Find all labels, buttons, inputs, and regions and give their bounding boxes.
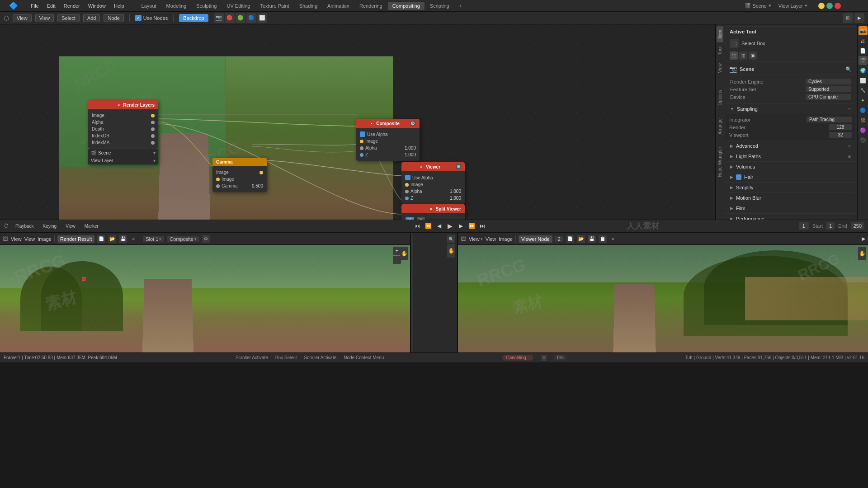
left-vp-slot-selector[interactable]: Slot 1▾ bbox=[143, 236, 164, 242]
add-menu[interactable]: Add bbox=[83, 14, 100, 22]
menu-window[interactable]: Window bbox=[85, 2, 109, 10]
frame-end-input[interactable]: 250 bbox=[851, 222, 864, 230]
prop-icon-particles[interactable]: ✦ bbox=[859, 96, 868, 105]
tool-subicon-1[interactable]: ⬚ bbox=[730, 52, 738, 60]
render-layers-close[interactable]: × bbox=[116, 102, 122, 108]
maximize-btn[interactable] bbox=[826, 3, 833, 9]
right-vp-close-btn[interactable]: × bbox=[609, 235, 617, 243]
node-context-menu[interactable]: Node Context Menu bbox=[344, 355, 384, 360]
view-layer-selector[interactable]: View Layer ▾ bbox=[778, 3, 807, 9]
workspace-layout[interactable]: Layout bbox=[137, 2, 161, 10]
film-header[interactable]: ▶ Film bbox=[726, 203, 855, 213]
workspace-animation[interactable]: Animation bbox=[323, 2, 354, 10]
view2-btn[interactable]: View bbox=[35, 14, 54, 22]
right-vp-save-icon[interactable]: 💾 bbox=[588, 235, 596, 243]
left-vp-hand-tool[interactable]: ✋ bbox=[400, 247, 408, 260]
split-viewer-close[interactable]: × bbox=[428, 206, 434, 211]
feature-set-dropdown[interactable]: Supported bbox=[806, 86, 851, 92]
workspace-compositing[interactable]: Compositing bbox=[388, 2, 425, 10]
viewer-node[interactable]: × Viewer ⚙ Use Alpha Image Alpha bbox=[401, 162, 465, 204]
node-editor[interactable]: RRCG 素材 人人 RRCG bbox=[0, 24, 716, 220]
frame-start-input[interactable]: 1 bbox=[826, 222, 835, 230]
backdrop-icon-1[interactable]: 📷 bbox=[214, 13, 224, 23]
left-vp-new-icon[interactable]: 📄 bbox=[97, 235, 105, 243]
marker-menu[interactable]: Marker bbox=[82, 223, 101, 230]
split-viewer-node[interactable]: × Split Viewer X Y 78 Image bbox=[401, 204, 465, 220]
prop-icon-render[interactable]: 📷 bbox=[859, 26, 868, 35]
workspace-rendering[interactable]: Rendering bbox=[355, 2, 387, 10]
split-viewer-x-btn[interactable]: X bbox=[406, 217, 414, 220]
left-vp-image-btn[interactable]: Image bbox=[38, 236, 52, 242]
motion-blur-header[interactable]: ▶ Motion Blur bbox=[726, 193, 855, 203]
backdrop-icon-4[interactable]: 🔵 bbox=[246, 13, 256, 23]
prop-icon-material[interactable]: ⚫ bbox=[859, 136, 868, 145]
gamma-node[interactable]: Gamma Image Image Gamma 0.500 bbox=[212, 158, 267, 192]
right-vp-image-btn[interactable]: Image bbox=[499, 236, 513, 242]
prop-icon-modifier[interactable]: 🔧 bbox=[859, 86, 868, 95]
left-vp-display-options[interactable]: ⚙ bbox=[202, 235, 210, 243]
workspace-texture-paint[interactable]: Texture Paint bbox=[255, 2, 293, 10]
scroller-activate-left[interactable]: Scroller Activate bbox=[236, 355, 268, 360]
prop-icon-scene[interactable]: 🎬 bbox=[859, 56, 868, 65]
right-vp-hand-tool[interactable]: ✋ bbox=[858, 247, 866, 260]
scroller-activate-right[interactable]: Scroller Activate bbox=[304, 355, 337, 360]
backdrop-icon-3[interactable]: 🟢 bbox=[236, 13, 245, 23]
workspace-scripting[interactable]: Scripting bbox=[425, 2, 454, 10]
use-nodes-toggle[interactable]: ✓ Use Nodes bbox=[135, 15, 168, 21]
backdrop-icon-5[interactable]: ⬜ bbox=[257, 13, 267, 23]
next-keyframe-btn[interactable]: ▶ bbox=[456, 221, 465, 230]
backdrop-btn[interactable]: Backdrop bbox=[179, 14, 208, 22]
workspace-add[interactable]: + bbox=[455, 2, 467, 10]
vtab-arrange[interactable]: Arrange bbox=[717, 115, 723, 138]
right-vp-browse-icon[interactable]: 📋 bbox=[599, 235, 607, 243]
scene-search-icon[interactable]: 🔍 bbox=[845, 66, 852, 72]
advanced-options-icon[interactable]: ≡ bbox=[848, 144, 851, 149]
timeline-view-menu[interactable]: View bbox=[63, 223, 78, 230]
vtab-options[interactable]: Options bbox=[717, 86, 723, 109]
center-hand-icon[interactable]: ✋ bbox=[447, 244, 455, 258]
performance-header[interactable]: ▶ Performance bbox=[726, 214, 855, 220]
prev-keyframe-btn[interactable]: ◀ bbox=[434, 221, 443, 230]
volumes-header[interactable]: ▶ Volumes bbox=[726, 162, 855, 172]
right-vp-viewer-node[interactable]: Viewer Node bbox=[519, 235, 552, 243]
integrator-dropdown[interactable]: Path Tracing bbox=[807, 117, 852, 122]
play-btn[interactable]: ▶ bbox=[445, 221, 454, 230]
right-vp-view2-btn[interactable]: View bbox=[486, 236, 496, 242]
vtab-node-wrangler[interactable]: Node Wrangler bbox=[717, 143, 723, 181]
workspace-uv-editing[interactable]: UV Editing bbox=[222, 2, 255, 10]
viewer-close[interactable]: × bbox=[419, 164, 424, 169]
menu-file[interactable]: File bbox=[27, 2, 42, 10]
right-vp-panel-toggle[interactable]: ▶ bbox=[862, 236, 865, 242]
workspace-shading[interactable]: Shading bbox=[295, 2, 322, 10]
left-vp-open-icon[interactable]: 📂 bbox=[108, 235, 116, 243]
playback-menu[interactable]: Playback bbox=[13, 223, 37, 230]
left-vp-composite-selector[interactable]: Composite▾ bbox=[167, 236, 199, 242]
center-zoom-icon[interactable]: 🔍 bbox=[447, 235, 455, 243]
right-vp-new-icon[interactable]: 📄 bbox=[566, 235, 574, 243]
select-menu[interactable]: Select bbox=[57, 14, 80, 22]
right-vp-open-icon[interactable]: 📂 bbox=[577, 235, 585, 243]
hair-header[interactable]: ▶ Hair bbox=[726, 172, 855, 182]
tool-subicon-3[interactable]: ▣ bbox=[749, 52, 757, 60]
close-btn[interactable] bbox=[835, 3, 841, 9]
minimize-btn[interactable] bbox=[818, 3, 825, 9]
prop-icon-output[interactable]: 🖨 bbox=[859, 36, 868, 45]
light-paths-options-icon[interactable]: ≡ bbox=[848, 154, 851, 159]
jump-end-btn[interactable]: ⏭ bbox=[478, 221, 487, 230]
tool-subicon-2[interactable]: ◫ bbox=[739, 52, 747, 60]
viewer-settings[interactable]: ⚙ bbox=[456, 164, 461, 169]
right-viewport-content[interactable]: RRCG 素材 RRCG ✋ bbox=[458, 245, 868, 352]
prop-icon-physics[interactable]: 🔵 bbox=[859, 106, 868, 115]
prop-icon-constraints[interactable]: ⛓ bbox=[859, 116, 868, 125]
scene-selector[interactable]: 🎬 Scene ▾ bbox=[745, 3, 771, 9]
view-menu[interactable]: View bbox=[13, 14, 32, 22]
prop-icon-view-layer[interactable]: 📄 bbox=[859, 46, 868, 55]
prop-icon-data[interactable]: 🟣 bbox=[859, 126, 868, 135]
viewport-samples-value[interactable]: 32 bbox=[829, 132, 852, 138]
split-viewer-y-btn[interactable]: Y bbox=[417, 217, 425, 220]
right-vp-view-btn[interactable]: View▾ bbox=[469, 236, 483, 242]
left-viewport-content[interactable]: RRCG 素材 + - ✋ bbox=[0, 245, 410, 352]
sampling-options-icon[interactable]: ≡ bbox=[848, 107, 851, 112]
left-vp-save-icon[interactable]: 💾 bbox=[119, 235, 127, 243]
vtab-tool[interactable]: Tool bbox=[717, 43, 723, 58]
